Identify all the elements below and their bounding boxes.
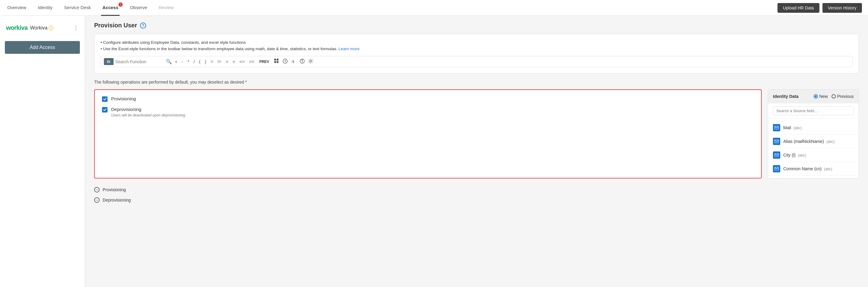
sidebar-brand: workiva Workiva i ⋮ bbox=[5, 22, 80, 34]
nav-service-desk[interactable]: Service Desk bbox=[63, 0, 92, 16]
identity-search bbox=[768, 104, 859, 119]
field-cn-name: Common Name (cn) (abc) bbox=[783, 166, 832, 171]
op-minus[interactable]: - bbox=[180, 58, 184, 65]
bullet-1: Configure attributes using Employee Data… bbox=[100, 40, 852, 45]
version-history-button[interactable]: Version History bbox=[823, 3, 862, 13]
search-function-input[interactable] bbox=[116, 59, 164, 64]
identity-panel-title: Identity Data bbox=[773, 94, 799, 99]
nav-right-buttons: Upload HR Data Version History bbox=[777, 3, 862, 13]
description-text: The following operations are performed b… bbox=[94, 80, 859, 85]
svg-rect-11 bbox=[775, 140, 778, 143]
svg-rect-3 bbox=[277, 61, 279, 63]
nav-access[interactable]: Access ! bbox=[101, 0, 120, 16]
formula-area: Configure attributes using Employee Data… bbox=[94, 34, 859, 74]
page-title-area: Provision User ? bbox=[94, 22, 859, 29]
op-plus[interactable]: + bbox=[174, 58, 179, 65]
workiva-logo: workiva bbox=[6, 24, 28, 31]
svg-point-8 bbox=[302, 60, 303, 60]
op-equals[interactable]: = bbox=[209, 58, 214, 65]
op-open-paren[interactable]: ( bbox=[198, 58, 202, 65]
settings-icon-button[interactable] bbox=[308, 58, 313, 65]
radio-new[interactable]: New bbox=[814, 94, 828, 99]
field-alias[interactable]: Alias (mailNickName) (abc) bbox=[768, 135, 859, 148]
field-city-name: City (l) (abc) bbox=[783, 153, 806, 157]
brand-info-icon[interactable]: i bbox=[49, 26, 54, 30]
formula-toolbar: fx 🔍 + - * / ( ) = != > < <= >= PREV bbox=[100, 56, 852, 67]
svg-rect-10 bbox=[775, 126, 778, 129]
op-prev[interactable]: PREV bbox=[257, 59, 271, 64]
text-icon-button[interactable]: A bbox=[291, 58, 297, 65]
radio-previous[interactable]: Previous bbox=[832, 94, 854, 99]
bottom-provisioning-label: Provisioning bbox=[103, 187, 126, 192]
nav-review: Review bbox=[158, 0, 175, 16]
search-toolbar-icon[interactable]: 🔍 bbox=[166, 59, 172, 64]
op-not-equals[interactable]: != bbox=[216, 58, 223, 65]
svg-rect-1 bbox=[277, 59, 279, 60]
nav-overview[interactable]: Overview bbox=[6, 0, 28, 16]
field-alias-name: Alias (mailNickName) (abc) bbox=[783, 139, 835, 144]
top-navigation: Overview Identity Service Desk Access ! … bbox=[0, 0, 868, 16]
op-less-eq[interactable]: <= bbox=[239, 58, 246, 65]
bottom-operations: Provisioning Deprovisioning bbox=[94, 184, 859, 205]
nav-observe[interactable]: Observe bbox=[129, 0, 149, 16]
op-close-paren[interactable]: ) bbox=[204, 58, 208, 65]
field-cn-icon bbox=[773, 165, 780, 172]
field-city-icon bbox=[773, 151, 780, 159]
workiva-brand-name: Workiva i bbox=[30, 25, 54, 31]
svg-point-9 bbox=[310, 60, 312, 62]
op-less[interactable]: < bbox=[231, 58, 237, 65]
radio-group: New Previous bbox=[814, 94, 854, 99]
identity-panel: Identity Data New Previous bbox=[768, 89, 859, 178]
op-greater[interactable]: > bbox=[224, 58, 229, 65]
radio-new-circle bbox=[814, 94, 818, 98]
nav-access-badge: ! bbox=[119, 2, 123, 7]
page-help-icon[interactable]: ? bbox=[140, 23, 146, 29]
fx-button[interactable]: fx bbox=[104, 58, 114, 65]
field-mail-name: Mail (abc) bbox=[783, 125, 802, 130]
nav-items: Overview Identity Service Desk Access ! … bbox=[6, 0, 777, 16]
deprovisioning-label: Deprovisioning bbox=[111, 107, 186, 112]
identity-panel-header: Identity Data New Previous bbox=[768, 90, 859, 104]
svg-rect-13 bbox=[775, 167, 778, 170]
field-alias-icon bbox=[773, 138, 780, 145]
identity-search-input[interactable] bbox=[773, 107, 854, 115]
radio-previous-circle bbox=[832, 94, 836, 98]
deprovisioning-item: Deprovisioning Users will be deactivated… bbox=[102, 107, 754, 117]
bottom-deprovisioning: Deprovisioning bbox=[94, 195, 859, 205]
sidebar: workiva Workiva i ⋮ Add Access bbox=[0, 16, 85, 287]
svg-text:A: A bbox=[291, 59, 294, 63]
provisioning-label: Provisioning bbox=[111, 96, 136, 101]
svg-rect-0 bbox=[274, 59, 276, 60]
field-city[interactable]: City (l) (abc) bbox=[768, 148, 859, 162]
main-layout: workiva Workiva i ⋮ Add Access Provision… bbox=[0, 16, 868, 287]
identity-fields-list: Mail (abc) Alias (mailNickName) bbox=[768, 119, 859, 178]
deprovisioning-sublabel: Users will be deactivated upon deprovisi… bbox=[111, 113, 186, 117]
provisioning-collapse-icon[interactable] bbox=[94, 187, 100, 193]
field-mail-icon bbox=[773, 124, 780, 131]
page-title: Provision User bbox=[94, 22, 137, 29]
info-icon-button[interactable] bbox=[300, 58, 305, 65]
nav-identity[interactable]: Identity bbox=[37, 0, 54, 16]
formula-bullets: Configure attributes using Employee Data… bbox=[100, 40, 852, 51]
bottom-provisioning: Provisioning bbox=[94, 184, 859, 195]
op-greater-eq[interactable]: >= bbox=[248, 58, 256, 65]
operations-container: Provisioning Deprovisioning Users will b… bbox=[94, 89, 859, 178]
grid-icon-button[interactable] bbox=[274, 58, 279, 65]
provisioning-checkbox[interactable] bbox=[102, 96, 107, 102]
upload-hr-data-button[interactable]: Upload HR Data bbox=[777, 3, 819, 13]
svg-rect-12 bbox=[775, 153, 778, 156]
op-multiply[interactable]: * bbox=[186, 58, 190, 65]
sidebar-menu-icon[interactable]: ⋮ bbox=[73, 25, 79, 31]
op-divide[interactable]: / bbox=[192, 58, 196, 65]
field-mail[interactable]: Mail (abc) bbox=[768, 121, 859, 135]
clock-icon-button[interactable] bbox=[282, 58, 288, 65]
learn-more-link[interactable]: Learn more bbox=[339, 47, 360, 51]
bottom-deprovisioning-label: Deprovisioning bbox=[103, 198, 131, 202]
deprovisioning-collapse-icon[interactable] bbox=[94, 197, 100, 203]
bullet-2: Use the Excel-style functions in the too… bbox=[100, 47, 852, 51]
deprovisioning-checkbox[interactable] bbox=[102, 107, 107, 113]
field-common-name[interactable]: Common Name (cn) (abc) bbox=[768, 162, 859, 176]
svg-rect-2 bbox=[274, 61, 276, 63]
add-access-button[interactable]: Add Access bbox=[5, 41, 80, 54]
main-content: Provision User ? Configure attributes us… bbox=[85, 16, 868, 287]
